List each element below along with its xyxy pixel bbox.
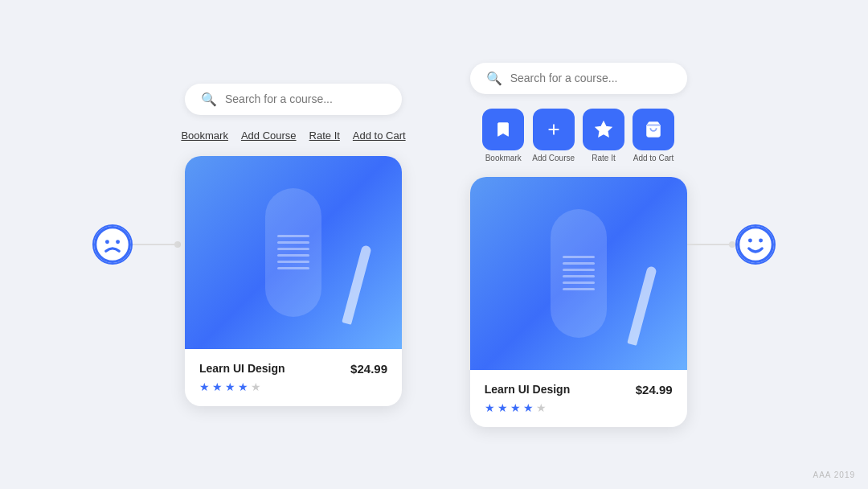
right-add-course-wrapper: Add Course — [532, 109, 575, 162]
right-add-course-btn[interactable] — [533, 109, 575, 150]
right-connector — [687, 244, 735, 245]
left-toolbar: Bookmark Add Course Rate It Add to Cart — [181, 129, 405, 142]
svg-point-1 — [105, 240, 109, 244]
search-icon-right: 🔍 — [486, 71, 502, 86]
left-search-input[interactable] — [225, 92, 386, 105]
star-2: ★ — [497, 401, 508, 414]
right-add-to-cart-wrapper: Add to Cart — [633, 109, 674, 162]
right-add-course-label: Add Course — [532, 154, 575, 162]
right-course-card: Learn UI Design $24.99 ★ ★ ★ ★ ★ — [470, 177, 687, 427]
mic-line — [563, 262, 595, 265]
right-add-to-cart-btn[interactable] — [633, 109, 674, 150]
right-add-to-cart-label: Add to Cart — [633, 154, 674, 162]
star-1: ★ — [485, 401, 495, 414]
mic-line — [277, 261, 309, 263]
cart-icon — [645, 121, 662, 138]
mic-line — [563, 256, 595, 258]
mic-line — [277, 235, 309, 237]
right-rate-it-label: Rate It — [592, 154, 615, 162]
right-card-info: Learn UI Design $24.99 ★ ★ ★ ★ ★ — [470, 370, 687, 427]
left-search-bar[interactable]: 🔍 — [185, 84, 402, 115]
right-card-stars: ★ ★ ★ ★ ★ — [485, 401, 673, 414]
plus-icon — [545, 121, 563, 138]
stylus-decoration — [342, 244, 371, 325]
right-bookmark-label: Bookmark — [485, 154, 522, 162]
right-rate-it-wrapper: Rate It — [583, 109, 624, 162]
mic-line — [563, 275, 595, 277]
right-card-top-row: Learn UI Design $24.99 — [485, 383, 673, 397]
left-card-price: $24.99 — [350, 362, 387, 376]
right-toolbar: Bookmark Add Course — [482, 109, 674, 162]
sad-smiley-icon — [92, 224, 133, 265]
mic-lines — [277, 235, 309, 269]
right-toolbar-wrapper: Bookmark Add Course — [482, 109, 674, 162]
left-card-top-row: Learn UI Design $24.99 — [199, 362, 387, 376]
star-4: ★ — [238, 380, 248, 393]
left-card-stars: ★ ★ ★ ★ ★ — [199, 380, 387, 393]
svg-marker-5 — [596, 121, 611, 135]
right-card-title: Learn UI Design — [485, 383, 571, 396]
star-3: ★ — [225, 380, 235, 393]
right-bookmark-wrapper: Bookmark — [482, 109, 524, 162]
left-panel: 🔍 Bookmark Add Course Rate It Add to Car… — [181, 84, 405, 406]
svg-point-0 — [96, 228, 130, 262]
comparison-container: 🔍 Bookmark Add Course Rate It Add to Car… — [92, 63, 775, 427]
left-card-image — [185, 156, 402, 349]
left-add-course-btn[interactable]: Add Course — [241, 129, 297, 142]
left-course-card: Learn UI Design $24.99 ★ ★ ★ ★ ★ — [185, 156, 402, 406]
right-search-bar[interactable]: 🔍 — [470, 63, 687, 94]
left-bookmark-btn[interactable]: Bookmark — [181, 129, 228, 142]
left-connector — [133, 244, 181, 245]
happy-smiley-icon — [735, 224, 776, 265]
left-rate-it-btn[interactable]: Rate It — [309, 129, 340, 142]
mic-decoration — [265, 188, 321, 317]
bookmark-icon — [494, 121, 512, 138]
svg-point-9 — [759, 239, 763, 243]
mic-decoration-right — [551, 209, 607, 338]
svg-point-7 — [738, 228, 772, 262]
search-icon: 🔍 — [201, 92, 217, 107]
star-3: ★ — [510, 401, 521, 414]
mic-line — [563, 269, 595, 271]
star-5: ★ — [251, 380, 261, 393]
star-5: ★ — [536, 401, 547, 414]
right-bookmark-btn[interactable] — [482, 109, 524, 150]
right-card-price: $24.99 — [636, 383, 673, 397]
right-rate-it-btn[interactable] — [583, 109, 624, 150]
star-4: ★ — [523, 401, 534, 414]
mic-line — [563, 281, 595, 284]
left-add-to-cart-btn[interactable]: Add to Cart — [353, 129, 406, 142]
mic-line — [277, 248, 309, 250]
watermark: AAA 2019 — [813, 471, 855, 479]
star-1: ★ — [199, 380, 210, 393]
mic-line — [277, 254, 309, 257]
mic-line — [277, 241, 309, 244]
mic-line — [277, 267, 309, 269]
mic-lines-right — [563, 256, 595, 290]
star-2: ★ — [212, 380, 223, 393]
stylus-decoration-right — [627, 265, 657, 346]
right-card-image — [470, 177, 687, 370]
right-search-input[interactable] — [510, 72, 671, 84]
left-card-info: Learn UI Design $24.99 ★ ★ ★ ★ ★ — [185, 349, 402, 406]
right-panel: 🔍 Bookmark — [470, 63, 687, 427]
mic-line — [563, 288, 595, 290]
star-icon — [595, 121, 612, 138]
left-card-title: Learn UI Design — [199, 362, 285, 375]
svg-point-8 — [748, 239, 752, 243]
svg-point-2 — [116, 240, 120, 244]
